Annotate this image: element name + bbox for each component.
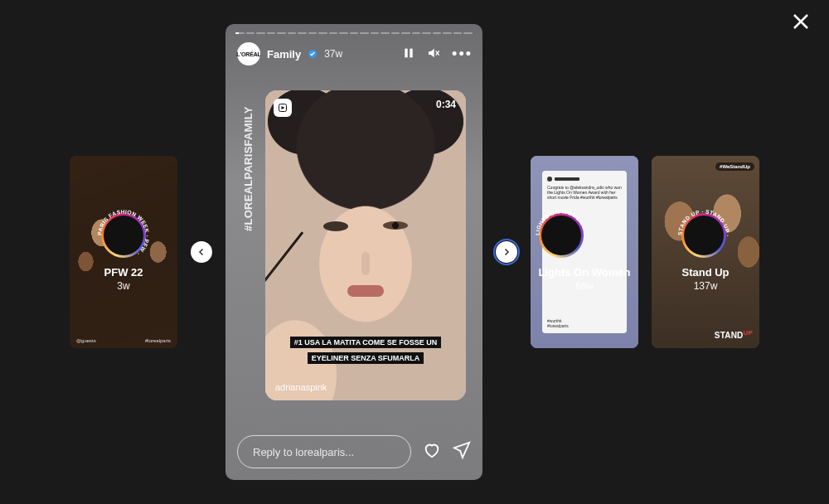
story-hashtag[interactable]: #LOREALPARISFAMILY xyxy=(242,106,255,231)
story-username[interactable]: Family xyxy=(267,48,301,61)
preview-hashtag-pill: #WeStandUp xyxy=(715,162,754,171)
reply-row xyxy=(237,435,471,468)
next-story-button[interactable] xyxy=(496,241,517,263)
story-caption: #1 USA LA MATITA COME SE FOSSE UN EYELIN… xyxy=(274,333,458,364)
preview-time: 3w xyxy=(101,280,146,292)
more-options-button[interactable]: ••• xyxy=(452,47,473,61)
story-preview-stand-up[interactable]: #WeStandUp STAND UP · STAND UP · Stand U… xyxy=(652,156,759,348)
story-preview-pfw22[interactable]: PARIS FASHION WEEK · PFW · PFW 22 3w @gu… xyxy=(70,156,177,348)
standup-logo: STANDUP xyxy=(715,329,753,340)
share-button[interactable] xyxy=(453,441,471,463)
preview-title: PFW 22 xyxy=(101,266,146,279)
highlight-ring-icon: PARIS FASHION WEEK · PFW · xyxy=(101,213,146,258)
story-media[interactable]: 0:34 #1 USA LA MATITA COME SE FOSSE UN E… xyxy=(265,90,466,400)
svg-rect-3 xyxy=(410,48,412,57)
like-button[interactable] xyxy=(423,441,441,463)
pause-button[interactable] xyxy=(402,46,415,62)
mute-button[interactable] xyxy=(427,46,440,62)
svg-text:LIGHTS ON WOMEN ·: LIGHTS ON WOMEN · xyxy=(534,208,586,235)
progress-segments xyxy=(235,32,473,34)
mute-icon xyxy=(427,46,440,60)
svg-text:STAND UP · STAND UP ·: STAND UP · STAND UP · xyxy=(677,208,731,236)
story-age: 37w xyxy=(324,48,342,60)
preview-title: Lights On Women xyxy=(539,266,631,279)
story-credit[interactable]: adrianaspink xyxy=(275,382,327,392)
svg-text:PARIS FASHION WEEK · PFW ·: PARIS FASHION WEEK · PFW · xyxy=(97,208,151,256)
verified-badge-icon xyxy=(308,49,318,59)
preview-tag: @guests xyxy=(76,338,96,343)
highlight-ring-icon: STAND UP · STAND UP · xyxy=(681,213,726,258)
prev-story-button[interactable] xyxy=(191,241,212,263)
pause-icon xyxy=(402,46,415,60)
close-icon xyxy=(791,12,811,32)
reply-input[interactable] xyxy=(237,435,411,468)
story-avatar[interactable]: L'ORÉAL xyxy=(237,42,260,65)
svg-rect-2 xyxy=(405,48,407,57)
story-carousel: PARIS FASHION WEEK · PFW · PFW 22 3w @gu… xyxy=(0,0,829,504)
preview-time: 66w xyxy=(539,280,631,292)
preview-tag: #lorealparis xyxy=(145,338,171,343)
send-icon xyxy=(453,441,471,459)
chevron-left-icon xyxy=(196,247,206,257)
reel-badge xyxy=(274,99,292,117)
highlight-ring-icon: LIGHTS ON WOMEN · xyxy=(539,213,584,258)
story-header: L'ORÉAL Family 37w ••• xyxy=(237,42,473,65)
close-button[interactable] xyxy=(791,12,811,32)
clip-duration: 0:34 xyxy=(436,99,456,110)
chevron-right-icon xyxy=(502,247,511,257)
heart-icon xyxy=(423,441,441,459)
preview-title: Stand Up xyxy=(681,266,729,279)
reel-icon xyxy=(278,103,288,113)
preview-time: 137w xyxy=(681,280,729,292)
story-preview-lights-on-women[interactable]: Congrats to @aleksandra_odic who won the… xyxy=(531,156,638,348)
active-story[interactable]: L'ORÉAL Family 37w ••• #LOREALPARISFAMIL… xyxy=(225,24,482,480)
